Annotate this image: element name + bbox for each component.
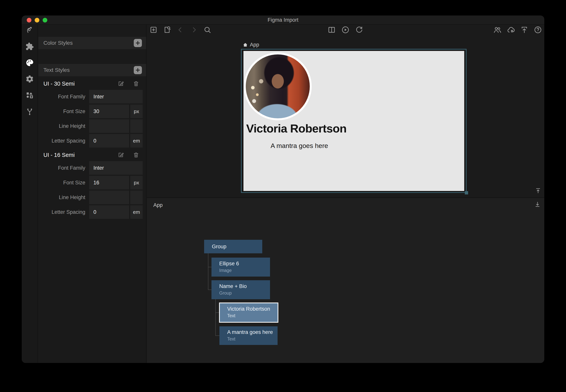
avatar[interactable] [244,53,312,120]
field-row-letter-spacing: Letter Spacing 0 em [38,205,146,219]
collapse-up-icon[interactable] [534,187,542,195]
edit-icon[interactable] [117,80,124,87]
edit-icon[interactable] [117,152,124,158]
field-row-letter-spacing: Letter Spacing 0 em [38,134,146,148]
styles-palette-icon[interactable] [25,58,34,67]
titlebar: Figma Import [22,15,544,25]
tree-connector [208,290,211,290]
line-height-unit[interactable] [130,191,143,204]
cloud-sync-icon[interactable] [507,26,515,34]
field-label: Font Family [38,90,89,103]
field-label: Letter Spacing [38,134,89,148]
help-icon[interactable] [534,26,542,34]
layer-node-mantra[interactable]: A mantra goes here Text [219,326,277,345]
split-view-icon[interactable] [327,26,336,34]
card-mantra-text[interactable]: A mantra goes here [271,142,328,150]
add-frame-icon[interactable] [149,26,158,34]
line-height-input[interactable] [89,191,129,204]
settings-gear-icon[interactable] [25,75,34,83]
field-label: Line Height [38,119,89,133]
figma-import-window: Figma Import Color Styles Text [22,15,544,363]
trash-icon[interactable] [132,152,140,158]
color-styles-header: Color Styles [38,37,146,49]
layer-node-name-bio[interactable]: Name + Bio Group [211,280,270,299]
layers-panel: App Group Ellipse 6 Image Name + Bio Gro… [147,198,544,363]
styles-panel: Color Styles Text Styles UI - 30 Semi Fo… [38,25,146,363]
line-height-input[interactable] [89,119,129,133]
layer-node-label: Ellipse 6 [219,261,270,267]
text-styles-header: Text Styles [38,64,146,76]
field-label: Font Size [38,176,89,189]
text-style-row[interactable]: UI - 16 Semi [38,149,146,161]
font-size-input[interactable]: 30 [89,105,129,118]
layer-node-label: Name + Bio [219,283,270,289]
color-styles-title: Color Styles [44,40,73,46]
upload-icon[interactable] [520,26,529,34]
tree-connector [208,267,211,267]
app-frame[interactable]: Victoria Robertson A mantra goes here [241,49,466,193]
field-row-font-family: Font Family Inter [38,90,146,103]
collapse-down-icon[interactable] [534,201,541,208]
close-window-button[interactable] [27,18,31,22]
line-height-unit[interactable] [130,119,143,133]
import-search-icon[interactable] [163,26,171,34]
letter-spacing-unit[interactable]: em [130,205,143,219]
window-title: Figma Import [267,17,298,23]
trash-icon[interactable] [132,80,140,87]
layer-node-group[interactable]: Group [204,240,262,253]
home-icon [243,42,248,47]
users-icon[interactable] [493,26,502,34]
text-style-name: UI - 16 Semi [44,152,109,158]
text-styles-title: Text Styles [44,67,70,73]
search-icon[interactable] [203,26,212,34]
tree-connector [215,336,219,336]
layer-node-type: Text [227,313,277,318]
add-color-style-button[interactable] [134,39,142,47]
tree-connector [215,312,219,313]
tree-connector [215,299,216,336]
minimize-window-button[interactable] [35,18,39,22]
layer-node-type: Text [227,336,277,342]
refresh-icon[interactable] [355,26,363,34]
layer-node-type: Image [219,268,270,273]
field-row-font-size: Font Size 30 px [38,105,146,118]
font-family-input[interactable]: Inter [89,90,143,103]
layers-panel-title: App [153,202,163,208]
version-branch-icon[interactable] [25,107,34,116]
font-family-input[interactable]: Inter [89,161,143,175]
layer-node-ellipse[interactable]: Ellipse 6 Image [211,258,270,277]
text-style-row[interactable]: UI - 30 Semi [38,77,146,90]
layer-node-type: Group [219,291,270,296]
add-text-style-button[interactable] [134,66,142,74]
play-icon[interactable] [341,26,350,34]
letter-spacing-input[interactable]: 0 [89,205,129,219]
zoom-window-button[interactable] [43,18,47,22]
field-row-line-height: Line Height [38,119,146,133]
field-label: Line Height [38,191,89,204]
font-size-unit[interactable]: px [130,176,143,189]
letter-spacing-unit[interactable]: em [130,134,143,148]
traffic-lights [27,18,47,22]
field-row-font-family: Font Family Inter [38,161,146,175]
layer-node-victoria-selected[interactable]: Victoria Robertson Text [219,303,278,323]
assets-export-icon[interactable] [25,91,34,99]
profile-card[interactable]: Victoria Robertson A mantra goes here [244,51,464,191]
breadcrumb[interactable]: App [243,42,259,48]
resize-handle[interactable] [465,191,468,195]
card-name-text[interactable]: Victoria Robertson [246,122,347,135]
plugins-puzzle-icon[interactable] [25,42,34,51]
tree-connector [208,253,208,290]
tool-rail [22,25,38,363]
font-size-unit[interactable]: px [130,105,143,118]
back-icon[interactable] [176,26,185,34]
layer-node-label: Group [212,244,226,250]
letter-spacing-input[interactable]: 0 [89,134,129,148]
field-label: Font Size [38,105,89,118]
field-row-line-height: Line Height [38,191,146,204]
font-size-input[interactable]: 16 [89,176,129,189]
field-label: Letter Spacing [38,205,89,219]
forward-icon[interactable] [190,26,198,34]
layer-node-label: A mantra goes here [227,329,277,335]
breadcrumb-label: App [250,42,259,48]
vector-tool-icon[interactable] [25,26,34,34]
